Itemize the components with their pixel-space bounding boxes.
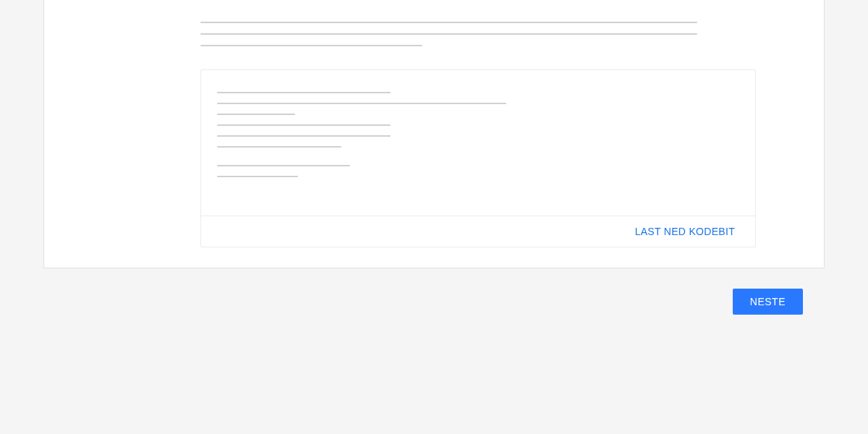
footer-actions: NESTE	[0, 289, 803, 315]
placeholder-line	[217, 135, 391, 137]
content-card: LAST NED KODEBIT	[43, 0, 825, 268]
placeholder-line	[217, 146, 341, 148]
description-placeholder	[200, 22, 775, 46]
placeholder-line	[200, 33, 697, 35]
placeholder-line	[217, 176, 298, 177]
placeholder-line	[200, 22, 697, 23]
placeholder-line	[217, 103, 506, 104]
code-snippet-content	[201, 70, 755, 216]
code-snippet-box: LAST NED KODEBIT	[200, 69, 756, 247]
code-snippet-footer: LAST NED KODEBIT	[201, 216, 755, 247]
placeholder-line	[217, 165, 350, 166]
download-snippet-link[interactable]: LAST NED KODEBIT	[635, 226, 735, 237]
next-button[interactable]: NESTE	[733, 289, 803, 315]
content-area: LAST NED KODEBIT	[44, 0, 824, 247]
placeholder-line	[217, 114, 295, 115]
placeholder-line	[217, 92, 391, 93]
placeholder-line	[200, 45, 422, 46]
placeholder-line	[217, 124, 391, 126]
